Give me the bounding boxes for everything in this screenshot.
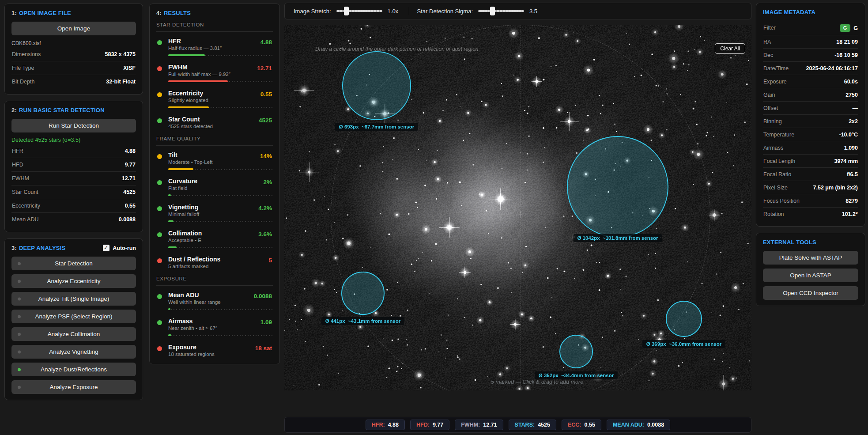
metric-subtitle: Acceptable • E xyxy=(168,238,273,243)
dust-region-circle[interactable] xyxy=(666,301,702,337)
clear-all-button[interactable]: Clear All xyxy=(715,43,745,54)
deep-analysis-title-wrap: 3:DEEP ANALYSIS xyxy=(11,245,65,251)
metric-status-dot-icon xyxy=(157,320,162,325)
analyze-dust-reflections-button[interactable]: Analyze Dust/Reflections xyxy=(11,363,136,376)
bar-track xyxy=(168,247,273,248)
metric-status-dot-icon xyxy=(157,206,162,211)
file-info-row: File Type XISF xyxy=(11,61,136,75)
metric-status-dot-icon xyxy=(157,180,162,185)
metric-bar xyxy=(168,168,273,170)
metric-subtitle: Near zenith • alt ≈ 67° xyxy=(168,325,273,331)
analyze-vignetting-button[interactable]: Analyze Vignetting xyxy=(11,345,136,359)
stat-row: FWHM 12.71 xyxy=(11,171,136,185)
open-image-button[interactable]: Open Image xyxy=(11,22,136,35)
meta-label: Gain xyxy=(763,92,775,98)
panel-title: EXTERNAL TOOLS xyxy=(763,239,816,246)
metric-name: Airmass xyxy=(168,318,273,325)
metric-status-dot-icon xyxy=(157,66,162,71)
meta-value: 8279 xyxy=(845,198,858,204)
plate-solve-astap-button[interactable]: Plate Solve with ASTAP xyxy=(763,251,858,265)
meta-row: Focal Length3974 mm xyxy=(763,154,858,167)
slider-track[interactable] xyxy=(478,10,524,12)
auto-run-checkbox-icon[interactable] xyxy=(103,245,109,251)
open-ccd-inspector-button[interactable]: Open CCD Inspector xyxy=(763,286,858,300)
analyze-collimation-button[interactable]: Analyze Collimation xyxy=(11,327,136,341)
meta-value: 2750 xyxy=(845,92,858,98)
slider-thumb[interactable] xyxy=(344,7,349,15)
meta-row: Offset— xyxy=(763,101,858,114)
bar-fill xyxy=(168,80,228,82)
meta-value: -10.0°C xyxy=(839,132,858,138)
dust-region-circle[interactable] xyxy=(342,51,411,120)
analyze-eccentricity-button[interactable]: Analyze Eccentricity xyxy=(11,274,136,288)
deep-star-detection-button[interactable]: Star Detection xyxy=(11,257,136,270)
meta-row-filter: Filter GG xyxy=(763,21,858,35)
status-dot-icon xyxy=(18,315,21,318)
meta-label: Airmass xyxy=(763,145,783,151)
external-tools-panel: EXTERNAL TOOLS Plate Solve with ASTAP Op… xyxy=(756,233,865,306)
stat-value: 12.71 xyxy=(122,175,136,182)
metric-value: 0.0088 xyxy=(254,293,272,299)
deep-analysis-panel: 3:DEEP ANALYSIS Auto-run Star Detection … xyxy=(4,238,143,400)
dust-region-circle[interactable] xyxy=(341,272,385,315)
status-chip-stars: STARS: 4525 xyxy=(509,420,556,430)
button-label: Analyze Dust/Reflections xyxy=(41,366,107,373)
open-image-panel: 1:OPEN IMAGE FILE Open Image CDK600.xisf… xyxy=(4,4,143,95)
status-dot-icon xyxy=(18,350,21,353)
image-viewer-canvas-area[interactable]: Draw a circle around the outer dark port… xyxy=(284,25,751,390)
chip-value: 0.55 xyxy=(585,422,595,428)
dust-region-circle[interactable] xyxy=(559,335,593,368)
external-tools-header: EXTERNAL TOOLS xyxy=(763,239,858,246)
stat-row: Star Count 4525 xyxy=(11,185,136,199)
metric-fwhm: FWHM Full-width half-max — 9.92″ 12.71 xyxy=(156,59,273,85)
stat-row: HFD 9.77 xyxy=(11,158,136,171)
metric-bar xyxy=(168,106,273,109)
metric-value: 2% xyxy=(263,179,272,185)
bar-fill xyxy=(168,334,171,336)
image-stretch-slider[interactable] xyxy=(336,7,382,15)
stat-label: HFD xyxy=(12,162,23,168)
meta-row: Pixel Size7.52 μm (bin 2x2) xyxy=(763,181,858,194)
left-sidebar: 1:OPEN IMAGE FILE Open Image CDK600.xisf… xyxy=(4,4,143,400)
metric-subtitle: 5 artifacts marked xyxy=(168,264,273,269)
analyze-tilt-button[interactable]: Analyze Tilt (Single Image) xyxy=(11,292,136,306)
bar-track xyxy=(168,195,273,196)
slider-track[interactable] xyxy=(336,10,382,12)
filter-badge: G xyxy=(840,24,851,32)
auto-run-toggle[interactable]: Auto-run xyxy=(103,245,136,251)
run-star-detection-button[interactable]: Run Star Detection xyxy=(11,119,136,132)
metric-subtitle: 4525 stars detected xyxy=(168,124,273,129)
bar-fill xyxy=(168,246,177,248)
status-dot-icon xyxy=(18,333,21,336)
metric-bar xyxy=(168,80,273,83)
metric-name: Vignetting xyxy=(168,204,273,211)
metric-status-dot-icon xyxy=(157,232,162,237)
metric-hfr: HFR Half-flux radius — 3.81″ 4.88 xyxy=(156,33,273,59)
metric-value: 3.6% xyxy=(258,231,272,238)
metric-subtitle: Flat field xyxy=(168,185,273,191)
metric-bar xyxy=(168,334,273,337)
metric-bar xyxy=(168,220,273,223)
meta-value: 7.52 μm (bin 2x2) xyxy=(813,185,858,191)
status-dot-icon xyxy=(18,297,21,300)
dust-region-circle[interactable] xyxy=(567,136,668,238)
status-dot-icon xyxy=(18,386,21,389)
chip-value: 12.71 xyxy=(483,422,497,428)
stat-row: Mean ADU 0.0088 xyxy=(11,212,136,226)
meta-value: 101.2° xyxy=(842,211,858,217)
meta-label: Dec xyxy=(763,52,773,58)
toolbar-divider xyxy=(409,7,409,15)
meta-row: Temperature-10.0°C xyxy=(763,128,858,141)
open-in-astap-button[interactable]: Open in ASTAP xyxy=(763,269,858,282)
sigma-value: 3.5 xyxy=(529,8,543,15)
auto-run-label: Auto-run xyxy=(113,245,136,251)
status-chip-hfd: HFD: 9.77 xyxy=(410,420,449,430)
sigma-slider[interactable] xyxy=(478,7,524,15)
analyze-psf-button[interactable]: Analyze PSF (Select Region) xyxy=(11,310,136,323)
star-detection-panel-header: 2:RUN BASIC STAR DETECTION xyxy=(11,107,136,113)
slider-thumb[interactable] xyxy=(490,7,495,15)
marked-count-hint: 5 marked — Click & drag to add more xyxy=(491,379,583,385)
analyze-exposure-button[interactable]: Analyze Exposure xyxy=(11,380,136,394)
metric-value: 12.71 xyxy=(257,65,272,72)
metric-subtitle: 18 saturated regions xyxy=(168,352,273,357)
